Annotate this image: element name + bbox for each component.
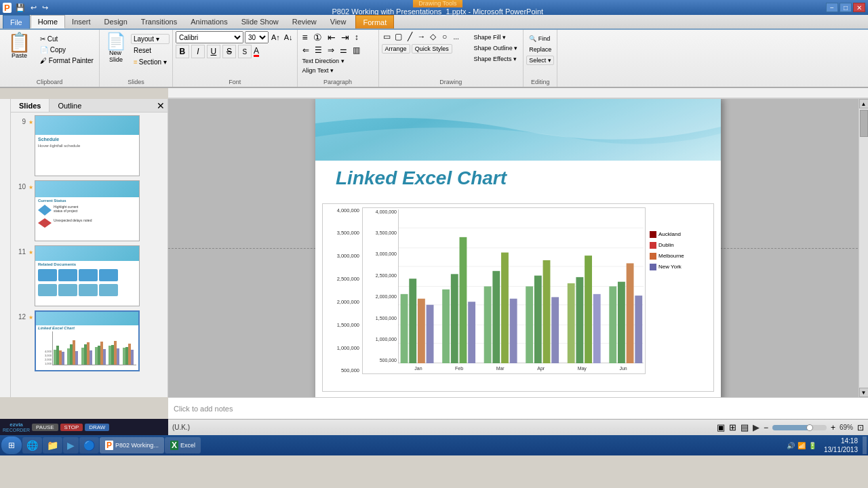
justify-button[interactable]: ⚌: [338, 45, 349, 56]
slide-thumb-10[interactable]: Current Status Highlight currentstatus o…: [35, 180, 140, 241]
numbering-button[interactable]: ①: [311, 31, 324, 43]
shape-arrow[interactable]: →: [416, 31, 427, 42]
cut-button[interactable]: ✂ Cut: [37, 34, 96, 44]
align-text-button[interactable]: Align Text ▾: [300, 66, 336, 75]
slide-thumb-9[interactable]: Schedule Hover-lightfall schedule: [35, 115, 140, 176]
layout-button[interactable]: Layout ▾: [131, 34, 170, 44]
tab-design[interactable]: Design: [98, 15, 134, 28]
tab-view[interactable]: View: [323, 15, 353, 28]
vertical-scrollbar[interactable]: ▲ ▼: [859, 99, 868, 397]
undo-button[interactable]: ↩: [29, 3, 38, 12]
shape-oval[interactable]: ○: [439, 31, 450, 42]
italic-button[interactable]: I: [191, 45, 205, 58]
slide-title[interactable]: Linked Excel Chart: [336, 167, 507, 189]
select-button[interactable]: Select ▾: [526, 56, 554, 65]
taskbar-ie[interactable]: 🌐: [22, 437, 42, 453]
copy-button[interactable]: 📄 Copy: [37, 45, 96, 55]
taskbar-excel[interactable]: X Excel: [165, 437, 201, 453]
shadow-button[interactable]: S: [238, 45, 252, 58]
shape-effects-button[interactable]: Shape Effects ▾: [471, 54, 521, 64]
column-button[interactable]: ▥: [351, 45, 362, 56]
replace-button[interactable]: Replace: [526, 45, 554, 54]
tab-slideshow[interactable]: Slide Show: [235, 15, 285, 28]
save-button[interactable]: 💾: [14, 3, 26, 12]
scroll-down-button[interactable]: ▼: [859, 388, 869, 397]
tab-file[interactable]: File: [3, 15, 30, 28]
slide-item-11[interactable]: 11 ★ Related Documents: [14, 245, 165, 306]
font-size-select[interactable]: 30: [245, 31, 269, 43]
taskbar-powerpoint[interactable]: P P802 Working...: [100, 437, 164, 453]
find-button[interactable]: 🔍 Find: [526, 34, 554, 43]
taskbar-chrome[interactable]: 🔵: [79, 437, 99, 453]
increase-font-button[interactable]: A↑: [270, 33, 281, 41]
maximize-button[interactable]: □: [840, 3, 852, 12]
slide-item-9[interactable]: 9 ★ Schedule Hover-lightfall schedule: [14, 115, 165, 176]
arrange-button[interactable]: Arrange: [382, 44, 410, 54]
bullets-button[interactable]: ≡: [300, 31, 310, 43]
shape-more[interactable]: ...: [451, 31, 462, 42]
tab-slides[interactable]: Slides: [11, 99, 50, 112]
taskbar-media[interactable]: ▶: [63, 437, 79, 453]
shape-fill-button[interactable]: Shape Fill ▾: [471, 33, 521, 42]
shape-rounded-rect[interactable]: ▢: [393, 31, 404, 42]
bold-button[interactable]: B: [176, 45, 189, 58]
line-spacing-button[interactable]: ↕: [353, 32, 361, 43]
minimize-button[interactable]: −: [826, 3, 838, 12]
new-slide-button[interactable]: 📄 NewSlide: [102, 31, 130, 65]
decrease-font-button[interactable]: A↓: [283, 33, 294, 41]
shape-rect[interactable]: ▭: [382, 31, 393, 42]
shape-line[interactable]: ╱: [405, 31, 416, 42]
view-slide-sorter-button[interactable]: ⊞: [729, 422, 736, 432]
pause-button[interactable]: PAUSE: [32, 424, 58, 431]
close-button[interactable]: ✕: [853, 3, 865, 12]
tab-home[interactable]: Home: [31, 15, 65, 28]
align-left-button[interactable]: ⇐: [300, 45, 311, 56]
underline-button[interactable]: U: [207, 45, 220, 58]
font-color-button[interactable]: A: [254, 47, 259, 57]
y-axis-label-2500000: 2,500,000: [376, 273, 397, 278]
format-painter-button[interactable]: 🖌 Format Painter: [37, 56, 96, 66]
notes-area[interactable]: Click to add notes: [168, 397, 868, 419]
stop-button[interactable]: STOP: [60, 424, 83, 431]
shape-diamond[interactable]: ◇: [428, 31, 439, 42]
tab-review[interactable]: Review: [285, 15, 323, 28]
shape-outline-button[interactable]: Shape Outline ▾: [471, 43, 521, 53]
increase-indent-button[interactable]: ⇥: [339, 31, 351, 43]
show-desktop-button[interactable]: [863, 436, 867, 454]
view-slideshow-button[interactable]: ▶: [753, 422, 760, 432]
chart-container[interactable]: 4,000,000 3,500,000 3,000,000 2,500,000 …: [322, 203, 714, 392]
paste-button[interactable]: 📋 Paste: [3, 31, 36, 61]
slide-thumb-12[interactable]: Linked Excel Chart 4,0003,0002,0001,000: [35, 310, 140, 371]
slide-item-10[interactable]: 10 ★ Current Status Highlight currentsta…: [14, 180, 165, 241]
fit-window-button[interactable]: ⊡: [857, 423, 864, 432]
reset-button[interactable]: Reset: [131, 45, 170, 56]
zoom-slider[interactable]: [772, 425, 827, 430]
tab-outline[interactable]: Outline: [50, 99, 90, 112]
start-button[interactable]: ⊞: [1, 436, 22, 454]
zoom-out-button[interactable]: −: [764, 423, 768, 432]
slide-canvas[interactable]: Linked Excel Chart 4,000,000 3,500,000 3…: [315, 99, 721, 397]
slide-item-12[interactable]: 12 ★ Linked Excel Chart 4,0003,0002,0001…: [14, 310, 165, 371]
draw-button[interactable]: DRAW: [85, 424, 109, 431]
taskbar-explorer[interactable]: 📁: [43, 437, 62, 453]
close-panel-button[interactable]: ✕: [154, 99, 167, 112]
section-button[interactable]: ≡ Section ▾: [131, 57, 170, 67]
strikethrough-button[interactable]: S: [222, 45, 236, 58]
tab-transitions[interactable]: Transitions: [134, 15, 184, 28]
quick-styles-button[interactable]: Quick Styles: [412, 44, 452, 54]
scroll-up-button[interactable]: ▲: [859, 99, 869, 108]
view-normal-button[interactable]: ▣: [717, 422, 725, 432]
font-family-select[interactable]: Calibri: [176, 31, 243, 43]
decrease-indent-button[interactable]: ⇤: [326, 31, 338, 43]
view-reading-button[interactable]: ▤: [741, 422, 749, 432]
tab-animations[interactable]: Animations: [184, 15, 234, 28]
align-right-button[interactable]: ⇒: [326, 45, 336, 56]
align-center-button[interactable]: ☰: [313, 45, 324, 56]
slide-thumb-11[interactable]: Related Documents: [35, 245, 140, 306]
scroll-thumb[interactable]: [860, 110, 868, 137]
tab-format[interactable]: Format: [355, 15, 394, 28]
zoom-in-button[interactable]: +: [831, 423, 835, 432]
text-direction-button[interactable]: Text Direction ▾: [300, 57, 347, 65]
tab-insert[interactable]: Insert: [65, 15, 98, 28]
redo-button[interactable]: ↪: [41, 3, 50, 12]
